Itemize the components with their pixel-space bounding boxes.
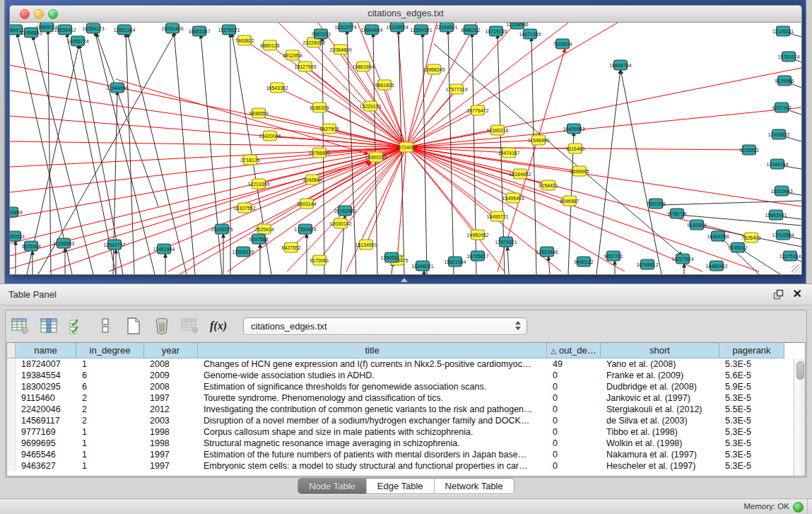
graph-node[interactable]: 16648784 [609,60,631,70]
graph-node[interactable]: 12030142 [329,218,351,228]
graph-node[interactable]: 19664634 [360,25,382,35]
graph-node[interactable]: 3915964 [21,241,40,251]
graph-node[interactable]: 7625402 [741,233,760,243]
graph-node[interactable]: 2803144 [297,199,316,209]
graph-node[interactable]: 9450122 [574,257,593,267]
graph-node[interactable]: 14055724 [66,36,88,46]
delete-table-icon[interactable] [153,317,171,335]
minimize-window-button[interactable] [34,9,44,19]
column-header-name[interactable]: name [16,343,76,358]
window-resize-grip[interactable] [792,264,801,274]
zoom-window-button[interactable] [48,9,58,19]
graph-node[interactable]: 9245012 [728,243,747,252]
graph-node[interactable]: 7463822 [235,35,254,45]
graph-node[interactable]: 14950952 [466,230,488,240]
graph-node[interactable]: 18312974 [334,23,356,32]
graph-node[interactable]: 11546490 [528,135,550,145]
graph-node[interactable]: 7857223 [311,29,330,39]
graph-node[interactable]: 7991998 [646,199,665,209]
graph-node[interactable]: 8466162 [461,25,480,35]
graph-node[interactable]: 11126521 [772,26,794,36]
graph-node[interactable]: 16210643 [770,186,792,196]
close-window-button[interactable] [20,9,30,19]
graph-node[interactable]: 9115460 [566,144,585,153]
graph-node[interactable]: 12923446 [536,247,558,257]
graph-node[interactable]: 9227343 [772,103,791,112]
table-row[interactable]: 2242004622012Investigating the contribut… [7,404,805,415]
graph-node[interactable]: 7615524 [553,39,572,49]
graph-node[interactable]: 15276021 [218,25,240,35]
column-select-icon[interactable] [40,317,58,335]
graph-node[interactable]: 9154421 [539,180,558,190]
column-header-out_de[interactable]: △out_de… [547,343,601,358]
column-header-short[interactable]: short [601,343,719,358]
network-canvas[interactable]: 7463822886012889129542322605818127505165… [9,23,802,275]
graph-node[interactable]: 10653287 [188,26,210,36]
graph-node[interactable]: 15134591 [355,240,377,250]
table-row[interactable]: 946554611997Estimation of the future num… [7,449,805,460]
table-settings-icon[interactable] [11,317,30,335]
graph-node[interactable]: 10719155 [485,26,507,36]
table-row[interactable]: 1872400712008Changes of HCN gene express… [7,358,805,370]
graph-node[interactable]: 16795817 [466,251,488,261]
column-header-pagerank[interactable]: pagerank [719,343,784,358]
column-header-year[interactable]: year [144,343,198,358]
graph-node[interactable]: 7525414 [254,224,273,234]
scrollbar-thumb[interactable] [796,361,804,380]
graph-node[interactable]: 2718176 [240,155,259,165]
graph-node[interactable]: 12444159 [766,159,788,169]
table-vertical-scrollbar[interactable] [794,358,805,476]
graph-node[interactable]: 17979021 [495,237,517,247]
graph-node[interactable]: 9097588 [249,234,268,244]
function-builder-icon[interactable]: f(x) [209,317,228,335]
graph-node[interactable]: 16284123 [82,23,104,33]
graph-node[interactable]: 9129966 [775,76,794,86]
graph-node[interactable]: 9457791 [604,251,623,261]
graph-node[interactable]: 16776472 [466,105,488,115]
float-panel-icon[interactable] [773,289,784,300]
graph-node[interactable]: 18495721 [486,211,508,221]
graph-node[interactable]: 12093872 [767,129,789,139]
graph-node[interactable]: 20091406 [161,23,183,33]
column-header-in_degree[interactable]: in_degree [76,343,144,358]
graph-node[interactable]: 12942757 [103,240,125,250]
graph-node[interactable]: 13220171 [359,101,381,111]
graph-node[interactable]: 16748812 [636,259,658,269]
column-header-title[interactable]: title [198,343,547,358]
graph-node[interactable]: 8912954 [283,50,302,60]
tab-node-table[interactable]: Node Table [298,479,366,493]
table-row[interactable]: 969969511998Structural magnetic resonanc… [7,438,805,449]
graph-node[interactable]: 8186328 [310,103,329,112]
graph-node[interactable]: 20206576 [211,224,233,234]
network-graph-svg[interactable]: 7463822886012889129542322605818127505165… [10,23,801,274]
graph-node[interactable]: 12554391 [410,25,432,35]
tab-edge-table[interactable]: Edge Table [366,479,434,493]
graph-node[interactable]: 22164801 [435,23,457,32]
graph-node[interactable]: 8096587 [560,196,579,206]
tab-network-table[interactable]: Network Table [434,479,514,493]
graph-node[interactable]: 9182804 [687,220,706,230]
graph-node[interactable]: 9796738 [667,209,686,218]
graph-node[interactable]: 12218506 [506,23,528,29]
column-visibility-icon[interactable] [68,317,86,335]
graph-node[interactable]: 17577319 [445,84,467,94]
graph-node[interactable]: 3242844 [302,175,322,185]
graph-node[interactable]: 23420046 [259,131,281,141]
graph-node[interactable]: 8860128 [260,40,279,50]
close-panel-icon[interactable]: ✕ [793,287,802,301]
graph-node[interactable]: 9861605 [375,80,394,90]
graph-node[interactable]: 15821064 [444,257,466,267]
graph-node[interactable]: 18127505 [294,62,316,71]
table-row[interactable]: 977716911998Corpus callosum shape and si… [7,426,805,438]
graph-node[interactable]: 15126524 [386,23,408,32]
panel-splitter-handle[interactable] [401,278,408,282]
table-row[interactable]: 1830029562008Estimation of significance … [7,381,805,392]
table-row[interactable]: 946362711997Embryonic stem cells: a mode… [7,460,805,472]
graph-node[interactable]: 17359924 [294,224,316,234]
graph-node[interactable]: 16164358 [707,231,729,241]
graph-node[interactable]: 9827508 [319,124,339,134]
graph-node[interactable]: 12213399 [247,179,269,189]
graph-node[interactable]: 10227524 [671,254,693,264]
graph-node[interactable]: 14671355 [519,29,541,39]
graph-node[interactable]: 19861694 [352,62,374,71]
